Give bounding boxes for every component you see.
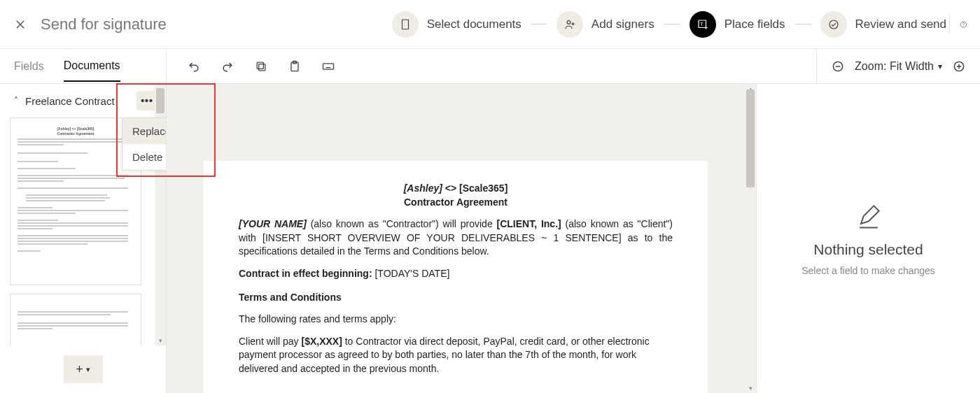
menu-delete[interactable]: Delete xyxy=(122,144,166,170)
tab-fields[interactable]: Fields xyxy=(14,52,44,81)
nothing-selected-subtitle: Select a field to make changes xyxy=(802,265,935,276)
step-label: Review and send xyxy=(855,17,946,31)
page-title: Send for signature xyxy=(41,15,167,34)
progress-steps: Select documents Add signers T Place fie… xyxy=(392,11,946,38)
page-thumbnail-2[interactable] xyxy=(10,294,141,345)
doc-title-party-a: [Ashley] xyxy=(404,183,442,194)
undo-icon[interactable] xyxy=(185,57,203,76)
doc-context-menu: Replace Delete xyxy=(122,117,166,171)
doc-client-name: [CLIENT, Inc.] xyxy=(497,218,561,229)
doc-collapse-toggle[interactable]: ˄ Freelance Contract xyxy=(14,95,115,107)
copy-icon[interactable] xyxy=(252,57,270,76)
zoom-dropdown[interactable]: Zoom: Fit Width ▾ xyxy=(855,60,942,73)
redo-icon[interactable] xyxy=(218,57,237,76)
step-place-fields[interactable]: T Place fields xyxy=(690,11,785,38)
step-label: Select documents xyxy=(427,17,522,31)
svg-point-10 xyxy=(830,20,838,29)
step-select-documents[interactable]: Select documents xyxy=(392,11,522,38)
doc-subtitle: Contractor Agreement xyxy=(239,196,673,210)
editor-toolbar xyxy=(167,49,816,83)
keyboard-icon[interactable] xyxy=(319,57,337,76)
doc-tc-heading: Terms and Conditions xyxy=(239,291,673,305)
step-separator xyxy=(531,24,547,24)
menu-replace[interactable]: Replace xyxy=(122,118,166,144)
doc-pay-amount: [$X,XXX] xyxy=(301,336,342,347)
plus-icon: + xyxy=(76,362,83,377)
document-icon xyxy=(392,11,419,38)
zoom-in-icon[interactable] xyxy=(952,59,966,73)
svg-point-12 xyxy=(963,25,964,26)
chevron-down-icon: ▾ xyxy=(938,62,942,71)
scroll-thumb[interactable] xyxy=(156,88,164,113)
scroll-down-arrow[interactable]: ▾ xyxy=(745,383,756,393)
chevron-down-icon: ▾ xyxy=(86,365,90,374)
step-label: Place fields xyxy=(724,17,785,31)
scroll-down-arrow[interactable]: ▾ xyxy=(155,336,166,345)
properties-panel: Nothing selected Select a field to make … xyxy=(756,84,980,393)
step-label: Add signers xyxy=(592,17,654,31)
help-icon[interactable] xyxy=(949,15,967,34)
add-document-button[interactable]: + ▾ xyxy=(64,355,103,383)
check-icon xyxy=(820,11,847,38)
add-signer-icon xyxy=(556,11,583,38)
svg-rect-17 xyxy=(323,63,334,69)
nothing-selected-title: Nothing selected xyxy=(813,241,923,258)
step-review-send[interactable]: Review and send xyxy=(820,11,946,38)
sidebar-doc-name: Freelance Contract xyxy=(25,95,115,107)
zoom-label-text: Zoom: Fit Width xyxy=(855,60,934,73)
paste-icon[interactable] xyxy=(286,57,304,76)
svg-rect-13 xyxy=(259,64,265,70)
doc-your-name: [YOUR NAME] xyxy=(239,218,307,229)
canvas-scrollbar[interactable]: ▴ ▾ xyxy=(745,84,756,393)
doc-rates-line: The following rates and terms apply: xyxy=(239,313,673,327)
doc-pay-a: Client will pay xyxy=(239,336,301,347)
svg-rect-2 xyxy=(402,20,408,29)
pen-icon xyxy=(853,201,884,234)
doc-effect-label: Contract in effect beginning: xyxy=(239,268,372,279)
svg-text:T: T xyxy=(700,21,704,27)
step-separator xyxy=(795,24,811,24)
zoom-out-icon[interactable] xyxy=(831,59,845,73)
place-fields-icon: T xyxy=(690,11,716,38)
close-icon[interactable] xyxy=(13,17,28,32)
svg-rect-14 xyxy=(257,62,263,69)
step-add-signers[interactable]: Add signers xyxy=(556,11,654,38)
step-separator xyxy=(664,24,680,24)
document-page[interactable]: [Ashley] <> [Scale365] Contractor Agreem… xyxy=(204,161,708,393)
doc-intro-b: (also known as "Contractor") will provid… xyxy=(307,218,497,229)
doc-title-party-b: [Scale365] xyxy=(459,183,507,194)
ellipsis-icon: ••• xyxy=(141,95,153,106)
tab-documents[interactable]: Documents xyxy=(64,51,120,82)
svg-point-3 xyxy=(567,20,570,24)
scroll-thumb[interactable] xyxy=(746,90,755,187)
doc-title-sep: <> xyxy=(442,183,459,194)
doc-effect-value: [TODAY'S DATE] xyxy=(372,268,450,279)
chevron-up-icon: ˄ xyxy=(14,96,18,106)
